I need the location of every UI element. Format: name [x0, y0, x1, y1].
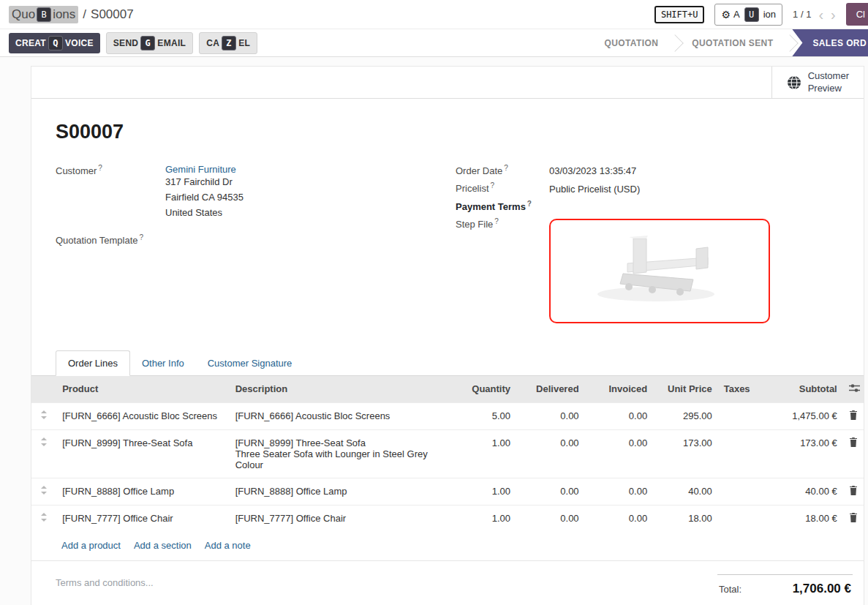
drag-handle[interactable]: [31, 478, 56, 505]
tab-other-info[interactable]: Other Info: [130, 351, 196, 375]
quantity-column-header[interactable]: Quantity: [450, 376, 517, 403]
help-icon: ?: [98, 164, 102, 172]
product-cell[interactable]: [FURN_8888] Office Lamp: [56, 478, 229, 505]
order-date-label: Order Date?: [456, 164, 549, 176]
add-a-section-link[interactable]: Add a section: [134, 540, 192, 551]
drag-handle[interactable]: [31, 429, 56, 478]
drag-handle[interactable]: [31, 402, 56, 429]
step-file-3d-render: [557, 227, 762, 315]
taxes-cell[interactable]: [718, 402, 756, 429]
drag-handle[interactable]: [31, 505, 56, 532]
total-label: Total:: [719, 584, 741, 595]
keyboard-badge-z: Z: [222, 36, 236, 50]
description-cell[interactable]: [FURN_7777] Office Chair: [230, 505, 450, 532]
cancel-button[interactable]: CA Z EL: [199, 32, 257, 54]
delete-row-button[interactable]: [843, 478, 864, 505]
description-column-header[interactable]: Description: [230, 376, 450, 403]
globe-icon: [787, 75, 801, 90]
customer-link[interactable]: Gemini Furniture: [165, 164, 236, 175]
order-lines-table: Product Description Quantity Delivered I…: [31, 376, 864, 532]
description-cell[interactable]: [FURN_8999] Three-Seat Sofa Three Seater…: [230, 429, 450, 478]
product-cell[interactable]: [FURN_8999] Three-Seat Sofa: [56, 429, 229, 478]
chevron-right-icon[interactable]: ›: [831, 7, 836, 22]
send-email-label-post: EMAIL: [157, 38, 186, 48]
invoiced-cell[interactable]: 0.00: [585, 505, 654, 532]
unit-price-cell[interactable]: 18.00: [653, 505, 718, 532]
unit-price-cell[interactable]: 40.00: [653, 478, 718, 505]
taxes-column-header[interactable]: Taxes: [718, 376, 756, 403]
customer-preview-button[interactable]: Customer Preview: [771, 67, 864, 98]
content-area: Customer Preview S00007 Customer? Gemini…: [0, 57, 868, 605]
delivered-cell[interactable]: 0.00: [516, 478, 585, 505]
invoiced-cell[interactable]: 0.00: [585, 402, 654, 429]
address-line: Fairfield CA 94535: [165, 190, 432, 206]
create-invoice-button[interactable]: CREAT Q VOICE: [9, 33, 100, 53]
action-buttons: CREAT Q VOICE SEND G EMAIL CA Z EL: [9, 29, 257, 56]
delete-row-button[interactable]: [843, 402, 864, 429]
product-cell[interactable]: [FURN_6666] Acoustic Bloc Screens: [56, 402, 229, 429]
delete-row-button[interactable]: [843, 505, 864, 532]
page-title: S00007: [56, 121, 839, 143]
description-cell[interactable]: [FURN_6666] Acoustic Bloc Screens: [230, 402, 450, 429]
delete-row-button[interactable]: [843, 429, 864, 478]
status-step-quotation-sent[interactable]: QUOTATION SENT: [677, 29, 788, 56]
cut-off-corner-button[interactable]: Cl: [846, 3, 868, 26]
invoiced-column-header[interactable]: Invoiced: [585, 376, 654, 403]
quantity-cell[interactable]: 1.00: [450, 429, 517, 478]
keyboard-badge-g: G: [140, 36, 155, 50]
action-menu-button[interactable]: ⚙ A U ion: [714, 4, 782, 26]
step-file-image[interactable]: [549, 219, 770, 323]
send-email-button[interactable]: SEND G EMAIL: [106, 32, 193, 54]
trash-icon: [849, 410, 858, 420]
breadcrumb: Quo B ions / S00007: [9, 6, 134, 23]
product-cell[interactable]: [FURN_7777] Office Chair: [56, 505, 229, 532]
subtotal-column-header[interactable]: Subtotal: [756, 376, 843, 403]
delivered-column-header[interactable]: Delivered: [516, 376, 585, 403]
terms-and-conditions-input[interactable]: Terms and conditions...: [56, 574, 154, 588]
invoiced-cell[interactable]: 0.00: [585, 478, 654, 505]
taxes-cell[interactable]: [718, 478, 756, 505]
step-file-field-row: Step File?: [456, 217, 839, 323]
pricelist-value[interactable]: Public Pricelist (USD): [549, 184, 839, 195]
customer-value: Gemini Furniture 317 Fairchild Dr Fairfi…: [165, 164, 432, 220]
taxes-cell[interactable]: [718, 505, 756, 532]
notebook-tabs: Order Lines Other Info Customer Signatur…: [31, 350, 864, 376]
quotation-template-field-row: Quotation Template?: [56, 233, 432, 246]
table-row: [FURN_8888] Office Lamp [FURN_8888] Offi…: [31, 478, 864, 505]
add-a-note-link[interactable]: Add a note: [205, 540, 251, 551]
invoiced-cell[interactable]: 0.00: [585, 429, 654, 478]
breadcrumb-parent-pre: Quo: [12, 7, 35, 22]
unit-price-cell[interactable]: 295.00: [653, 402, 718, 429]
add-a-product-link[interactable]: Add a product: [61, 540, 121, 551]
quantity-cell[interactable]: 5.00: [450, 402, 517, 429]
quantity-cell[interactable]: 1.00: [450, 478, 517, 505]
quantity-cell[interactable]: 1.00: [450, 505, 517, 532]
taxes-cell[interactable]: [718, 429, 756, 478]
delivered-cell[interactable]: 0.00: [516, 402, 585, 429]
unit-price-column-header[interactable]: Unit Price: [653, 376, 718, 403]
status-step-sales-order[interactable]: SALES ORD: [792, 29, 868, 56]
send-email-label-pre: SEND: [113, 38, 139, 48]
help-icon: ?: [140, 233, 144, 241]
chevron-left-icon[interactable]: ‹: [818, 7, 823, 22]
trash-icon: [849, 513, 858, 522]
tab-order-lines[interactable]: Order Lines: [56, 350, 130, 376]
status-step-quotation[interactable]: QUOTATION: [589, 29, 673, 56]
customer-label: Customer?: [56, 164, 165, 176]
payment-terms-field-row: Payment Terms?: [456, 200, 839, 212]
order-date-value[interactable]: 03/03/2023 13:35:47: [549, 165, 839, 176]
product-column-header[interactable]: Product: [56, 376, 229, 403]
drag-handle-icon: [41, 486, 47, 495]
description-cell[interactable]: [FURN_8888] Office Lamp: [230, 478, 450, 505]
topbar-right: SHIFT+U ⚙ A U ion 1 / 1 ‹ › Cl: [654, 0, 868, 29]
delivered-cell[interactable]: 0.00: [516, 429, 585, 478]
optional-columns-icon[interactable]: [843, 376, 864, 403]
pager: 1 / 1 ‹ ›: [793, 7, 836, 22]
unit-price-cell[interactable]: 173.00: [653, 429, 718, 478]
action-label-post: ion: [763, 9, 776, 20]
tab-customer-signature[interactable]: Customer Signature: [196, 351, 304, 375]
order-date-field-row: Order Date? 03/03/2023 13:35:47: [456, 164, 839, 176]
delivered-cell[interactable]: 0.00: [516, 505, 585, 532]
breadcrumb-parent[interactable]: Quo B ions: [9, 6, 78, 23]
keyboard-badge-shift-u: SHIFT+U: [654, 6, 705, 23]
